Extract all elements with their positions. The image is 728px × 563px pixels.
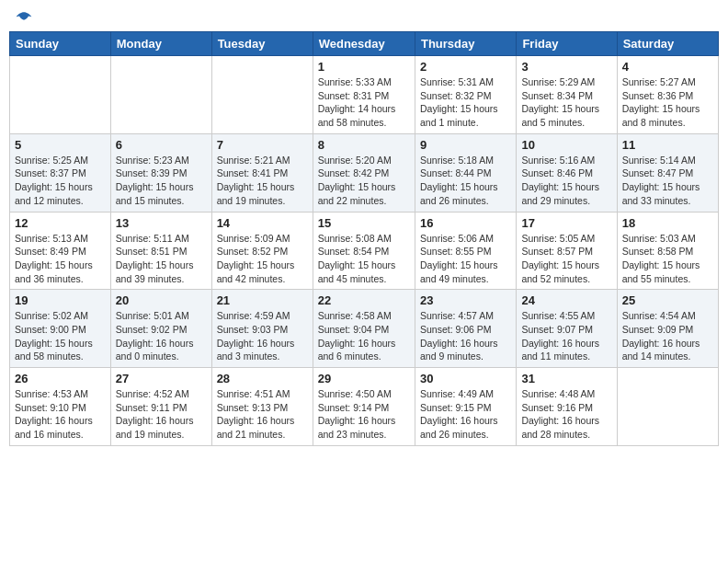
calendar-cell: 7Sunrise: 5:21 AM Sunset: 8:41 PM Daylig… (211, 133, 313, 212)
weekday-header-friday: Friday (517, 32, 617, 56)
day-info: Sunrise: 5:01 AM Sunset: 9:02 PM Dayligh… (116, 309, 207, 363)
day-number: 19 (15, 293, 106, 307)
calendar-cell: 14Sunrise: 5:09 AM Sunset: 8:52 PM Dayli… (211, 212, 313, 290)
day-info: Sunrise: 4:54 AM Sunset: 9:09 PM Dayligh… (622, 309, 713, 363)
calendar-cell: 15Sunrise: 5:08 AM Sunset: 8:54 PM Dayli… (313, 212, 415, 290)
day-number: 14 (217, 216, 308, 230)
day-number: 15 (318, 216, 410, 230)
day-number: 2 (420, 60, 511, 74)
day-info: Sunrise: 4:51 AM Sunset: 9:13 PM Dayligh… (217, 387, 308, 442)
day-number: 3 (521, 60, 611, 74)
day-number: 12 (15, 216, 106, 230)
day-number: 4 (622, 60, 713, 74)
calendar-cell: 29Sunrise: 4:50 AM Sunset: 9:14 PM Dayli… (313, 368, 415, 446)
calendar-cell: 5Sunrise: 5:25 AM Sunset: 8:37 PM Daylig… (10, 133, 111, 212)
calendar-cell: 28Sunrise: 4:51 AM Sunset: 9:13 PM Dayli… (211, 368, 313, 446)
logo-bird-icon (15, 9, 33, 28)
day-info: Sunrise: 5:05 AM Sunset: 8:57 PM Dayligh… (521, 232, 611, 286)
calendar-cell: 10Sunrise: 5:16 AM Sunset: 8:46 PM Dayli… (517, 133, 617, 212)
calendar-cell: 30Sunrise: 4:49 AM Sunset: 9:15 PM Dayli… (415, 368, 516, 446)
calendar-week-row-2: 5Sunrise: 5:25 AM Sunset: 8:37 PM Daylig… (10, 133, 719, 212)
weekday-header-tuesday: Tuesday (211, 32, 313, 56)
day-number: 10 (521, 138, 611, 152)
day-info: Sunrise: 4:53 AM Sunset: 9:10 PM Dayligh… (15, 387, 106, 442)
day-info: Sunrise: 5:08 AM Sunset: 8:54 PM Dayligh… (318, 232, 410, 286)
calendar-cell: 20Sunrise: 5:01 AM Sunset: 9:02 PM Dayli… (110, 290, 211, 368)
day-number: 11 (622, 138, 713, 152)
weekday-header-saturday: Saturday (617, 32, 718, 56)
calendar-cell: 6Sunrise: 5:23 AM Sunset: 8:39 PM Daylig… (110, 133, 211, 212)
day-info: Sunrise: 5:25 AM Sunset: 8:37 PM Dayligh… (15, 154, 106, 208)
day-number: 28 (217, 372, 308, 385)
day-info: Sunrise: 5:21 AM Sunset: 8:41 PM Dayligh… (217, 154, 308, 208)
calendar-cell: 18Sunrise: 5:03 AM Sunset: 8:58 PM Dayli… (617, 212, 718, 290)
calendar-cell: 11Sunrise: 5:14 AM Sunset: 8:47 PM Dayli… (617, 133, 718, 212)
calendar-week-row-5: 26Sunrise: 4:53 AM Sunset: 9:10 PM Dayli… (10, 368, 719, 446)
day-info: Sunrise: 5:11 AM Sunset: 8:51 PM Dayligh… (116, 232, 207, 286)
day-number: 16 (420, 216, 511, 230)
calendar-cell: 26Sunrise: 4:53 AM Sunset: 9:10 PM Dayli… (10, 368, 111, 446)
day-number: 22 (318, 293, 410, 307)
calendar-cell: 19Sunrise: 5:02 AM Sunset: 9:00 PM Dayli… (10, 290, 111, 368)
calendar-cell: 1Sunrise: 5:33 AM Sunset: 8:31 PM Daylig… (313, 56, 415, 134)
day-info: Sunrise: 5:16 AM Sunset: 8:46 PM Dayligh… (521, 154, 611, 208)
day-number: 24 (521, 293, 611, 307)
calendar-cell: 3Sunrise: 5:29 AM Sunset: 8:34 PM Daylig… (517, 56, 617, 134)
day-info: Sunrise: 4:52 AM Sunset: 9:11 PM Dayligh… (116, 387, 207, 442)
calendar-cell: 13Sunrise: 5:11 AM Sunset: 8:51 PM Dayli… (110, 212, 211, 290)
calendar-cell: 22Sunrise: 4:58 AM Sunset: 9:04 PM Dayli… (313, 290, 415, 368)
day-info: Sunrise: 4:49 AM Sunset: 9:15 PM Dayligh… (420, 387, 511, 442)
calendar-cell: 9Sunrise: 5:18 AM Sunset: 8:44 PM Daylig… (415, 133, 516, 212)
day-number: 20 (116, 293, 207, 307)
day-number: 8 (318, 138, 410, 152)
day-number: 25 (622, 293, 713, 307)
day-number: 13 (116, 216, 207, 230)
day-info: Sunrise: 5:09 AM Sunset: 8:52 PM Dayligh… (217, 232, 308, 286)
calendar-cell: 16Sunrise: 5:06 AM Sunset: 8:55 PM Dayli… (415, 212, 516, 290)
day-number: 9 (420, 138, 511, 152)
calendar-cell (617, 368, 718, 446)
day-number: 30 (420, 372, 511, 385)
calendar-cell (110, 56, 211, 134)
calendar-cell: 27Sunrise: 4:52 AM Sunset: 9:11 PM Dayli… (110, 368, 211, 446)
day-info: Sunrise: 5:13 AM Sunset: 8:49 PM Dayligh… (15, 232, 106, 286)
logo (13, 9, 33, 24)
day-info: Sunrise: 5:31 AM Sunset: 8:32 PM Dayligh… (420, 75, 511, 130)
day-info: Sunrise: 5:20 AM Sunset: 8:42 PM Dayligh… (318, 154, 410, 208)
calendar-cell: 24Sunrise: 4:55 AM Sunset: 9:07 PM Dayli… (517, 290, 617, 368)
calendar-cell: 2Sunrise: 5:31 AM Sunset: 8:32 PM Daylig… (415, 56, 516, 134)
weekday-header-sunday: Sunday (10, 32, 111, 56)
calendar-cell: 4Sunrise: 5:27 AM Sunset: 8:36 PM Daylig… (617, 56, 718, 134)
calendar-week-row-1: 1Sunrise: 5:33 AM Sunset: 8:31 PM Daylig… (10, 56, 719, 134)
day-info: Sunrise: 5:03 AM Sunset: 8:58 PM Dayligh… (622, 232, 713, 286)
day-number: 27 (116, 372, 207, 385)
day-info: Sunrise: 4:55 AM Sunset: 9:07 PM Dayligh… (521, 309, 611, 363)
day-info: Sunrise: 5:14 AM Sunset: 8:47 PM Dayligh… (622, 154, 713, 208)
day-number: 31 (521, 372, 611, 385)
day-info: Sunrise: 4:48 AM Sunset: 9:16 PM Dayligh… (521, 387, 611, 442)
calendar-cell (10, 56, 111, 134)
day-info: Sunrise: 5:33 AM Sunset: 8:31 PM Dayligh… (318, 75, 410, 130)
day-number: 1 (318, 60, 410, 74)
day-info: Sunrise: 4:57 AM Sunset: 9:06 PM Dayligh… (420, 309, 511, 363)
day-number: 5 (15, 138, 106, 152)
day-number: 6 (116, 138, 207, 152)
day-info: Sunrise: 5:02 AM Sunset: 9:00 PM Dayligh… (15, 309, 106, 363)
day-info: Sunrise: 5:18 AM Sunset: 8:44 PM Dayligh… (420, 154, 511, 208)
calendar-cell (211, 56, 313, 134)
day-number: 23 (420, 293, 511, 307)
day-number: 18 (622, 216, 713, 230)
weekday-header-thursday: Thursday (415, 32, 516, 56)
day-number: 7 (217, 138, 308, 152)
calendar-table: SundayMondayTuesdayWednesdayThursdayFrid… (9, 31, 719, 446)
calendar-cell: 25Sunrise: 4:54 AM Sunset: 9:09 PM Dayli… (617, 290, 718, 368)
calendar-week-row-3: 12Sunrise: 5:13 AM Sunset: 8:49 PM Dayli… (10, 212, 719, 290)
day-number: 17 (521, 216, 611, 230)
day-info: Sunrise: 5:23 AM Sunset: 8:39 PM Dayligh… (116, 154, 207, 208)
calendar-cell: 17Sunrise: 5:05 AM Sunset: 8:57 PM Dayli… (517, 212, 617, 290)
day-number: 29 (318, 372, 410, 385)
weekday-header-monday: Monday (110, 32, 211, 56)
weekday-header-row: SundayMondayTuesdayWednesdayThursdayFrid… (10, 32, 719, 56)
day-number: 26 (15, 372, 106, 385)
calendar-cell: 31Sunrise: 4:48 AM Sunset: 9:16 PM Dayli… (517, 368, 617, 446)
